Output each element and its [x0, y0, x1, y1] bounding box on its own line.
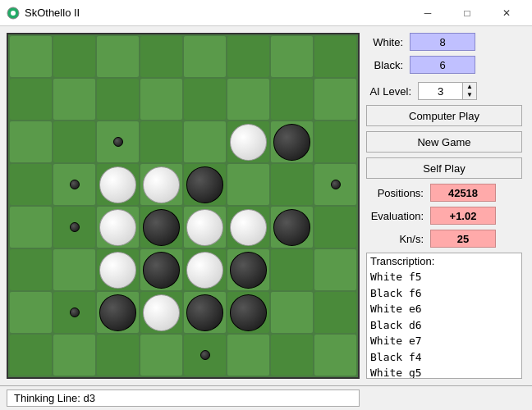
- cell-1-5[interactable]: [227, 79, 269, 120]
- ai-increment-button[interactable]: ▲: [463, 83, 476, 91]
- cell-4-0[interactable]: [10, 207, 52, 248]
- piece-white-5-4: [186, 252, 224, 289]
- cell-5-1[interactable]: [53, 249, 95, 290]
- title-bar-controls: ─ □ ✕: [409, 0, 525, 26]
- cell-0-1[interactable]: [53, 36, 95, 77]
- evaluation-label: Evaluation:: [366, 210, 424, 222]
- cell-6-5[interactable]: [227, 292, 269, 333]
- computer-play-button[interactable]: Computer Play: [366, 105, 522, 126]
- piece-white-4-2: [99, 209, 137, 246]
- transcription-entry: White f5: [370, 269, 518, 285]
- kns-value: 25: [430, 230, 496, 248]
- cell-7-3[interactable]: [140, 335, 182, 376]
- cell-5-4[interactable]: [184, 249, 226, 290]
- cell-6-7[interactable]: [314, 292, 356, 333]
- minimize-button[interactable]: ─: [409, 0, 447, 26]
- transcription-list[interactable]: White f5Black f6White e6Black d6White e7…: [367, 269, 521, 378]
- kns-label: Kn/s:: [366, 233, 424, 245]
- close-button[interactable]: ✕: [488, 0, 525, 26]
- transcription-box: Transcription: White f5Black f6White e6B…: [366, 253, 522, 379]
- cell-3-4[interactable]: [184, 164, 226, 205]
- cell-4-7[interactable]: [314, 207, 356, 248]
- cell-5-3[interactable]: [140, 249, 182, 290]
- cell-0-2[interactable]: [97, 36, 139, 77]
- cell-1-0[interactable]: [10, 79, 52, 120]
- cell-6-1[interactable]: [53, 292, 95, 333]
- cell-5-0[interactable]: [10, 249, 52, 290]
- cell-0-6[interactable]: [271, 36, 313, 77]
- cell-6-2[interactable]: [97, 292, 139, 333]
- cell-5-5[interactable]: [227, 249, 269, 290]
- cell-3-3[interactable]: [140, 164, 182, 205]
- cell-4-5[interactable]: [227, 207, 269, 248]
- evaluation-row: Evaluation: +1.02: [366, 207, 522, 225]
- cell-1-6[interactable]: [271, 79, 313, 120]
- cell-2-3[interactable]: [140, 121, 182, 162]
- piece-white-5-2: [99, 252, 137, 289]
- cell-6-0[interactable]: [10, 292, 52, 333]
- cell-3-6[interactable]: [271, 164, 313, 205]
- cell-6-4[interactable]: [184, 292, 226, 333]
- cell-3-7[interactable]: [314, 164, 356, 205]
- cell-3-5[interactable]: [227, 164, 269, 205]
- cell-2-4[interactable]: [184, 121, 226, 162]
- cell-2-0[interactable]: [10, 121, 52, 162]
- app-title: SkOthello II: [25, 7, 80, 19]
- cell-7-2[interactable]: [97, 335, 139, 376]
- cell-2-5[interactable]: [227, 121, 269, 162]
- piece-white-3-3: [143, 166, 181, 203]
- transcription-entry: White e7: [370, 333, 518, 349]
- cell-6-3[interactable]: [140, 292, 182, 333]
- cell-1-1[interactable]: [53, 79, 95, 120]
- cell-7-7[interactable]: [314, 335, 356, 376]
- cell-5-2[interactable]: [97, 249, 139, 290]
- cell-5-7[interactable]: [314, 249, 356, 290]
- cell-2-2[interactable]: [97, 121, 139, 162]
- cell-7-5[interactable]: [227, 335, 269, 376]
- piece-black-3-4: [186, 166, 224, 203]
- cell-3-0[interactable]: [10, 164, 52, 205]
- ai-decrement-button[interactable]: ▼: [463, 91, 476, 99]
- cell-7-6[interactable]: [271, 335, 313, 376]
- cell-2-6[interactable]: [271, 121, 313, 162]
- cell-1-2[interactable]: [97, 79, 139, 120]
- kns-row: Kn/s: 25: [366, 230, 522, 248]
- cell-2-1[interactable]: [53, 121, 95, 162]
- piece-black-4-3: [143, 209, 181, 246]
- piece-black-2-6: [273, 124, 311, 161]
- cell-3-2[interactable]: [97, 164, 139, 205]
- piece-black-6-4: [186, 294, 224, 331]
- piece-white-4-4: [186, 209, 224, 246]
- black-value: 6: [410, 56, 475, 74]
- cell-4-6[interactable]: [271, 207, 313, 248]
- cell-1-7[interactable]: [314, 79, 356, 120]
- cell-1-3[interactable]: [140, 79, 182, 120]
- new-game-button[interactable]: New Game: [366, 131, 522, 153]
- cell-4-2[interactable]: [97, 207, 139, 248]
- piece-black-4-6: [273, 209, 311, 246]
- cell-5-6[interactable]: [271, 249, 313, 290]
- cell-0-7[interactable]: [314, 36, 356, 77]
- cell-7-0[interactable]: [10, 335, 52, 376]
- title-bar: SkOthello II ─ □ ✕: [0, 0, 532, 26]
- piece-black-6-5: [230, 294, 268, 331]
- app-icon: [7, 7, 20, 20]
- maximize-button[interactable]: □: [448, 0, 486, 26]
- cell-6-6[interactable]: [271, 292, 313, 333]
- board-container: [7, 33, 360, 379]
- cell-2-7[interactable]: [314, 121, 356, 162]
- cell-4-4[interactable]: [184, 207, 226, 248]
- cell-4-3[interactable]: [140, 207, 182, 248]
- self-play-button[interactable]: Self Play: [366, 157, 522, 179]
- black-score-row: Black: 6: [366, 56, 522, 74]
- cell-0-5[interactable]: [227, 36, 269, 77]
- ai-level-spinner[interactable]: 3 ▲ ▼: [418, 82, 477, 100]
- cell-7-4[interactable]: [184, 335, 226, 376]
- cell-1-4[interactable]: [184, 79, 226, 120]
- cell-7-1[interactable]: [53, 335, 95, 376]
- cell-0-4[interactable]: [184, 36, 226, 77]
- cell-4-1[interactable]: [53, 207, 95, 248]
- cell-3-1[interactable]: [53, 164, 95, 205]
- cell-0-0[interactable]: [10, 36, 52, 77]
- cell-0-3[interactable]: [140, 36, 182, 77]
